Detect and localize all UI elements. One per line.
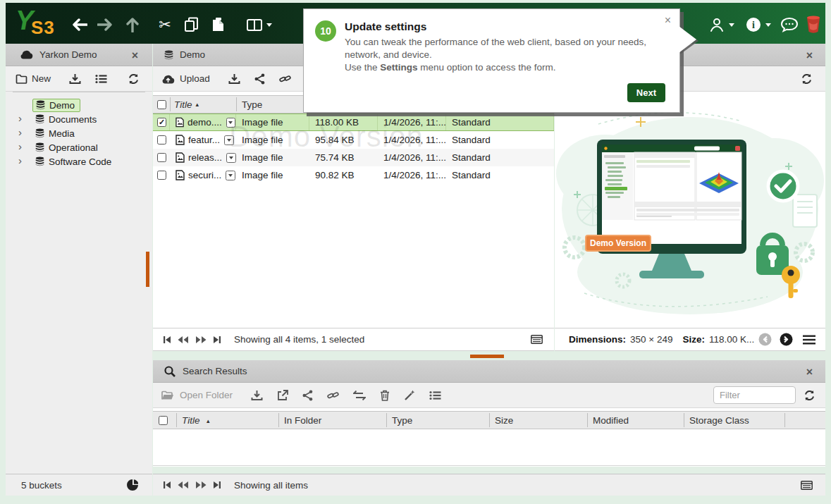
row-checkbox[interactable] (157, 153, 166, 162)
expander-icon[interactable]: › (18, 141, 22, 152)
first-page-icon[interactable] (163, 336, 171, 344)
object-row-releas[interactable]: releas... Image file 75.74 KB 1/4/2026, … (153, 149, 554, 166)
vertical-splitter-handle[interactable] (146, 252, 149, 287)
app-logo[interactable]: Y S3 (10, 4, 70, 42)
last-page-icon[interactable] (213, 336, 221, 344)
first-page-icon[interactable] (163, 481, 171, 489)
objects-pagination-bar: Showing all 4 items, 1 selected (153, 328, 554, 350)
col-storage-class[interactable]: Storage Class (689, 415, 749, 426)
columns-toggle-icon[interactable] (244, 16, 275, 33)
next-page-icon[interactable] (195, 481, 207, 489)
search-refresh-icon[interactable] (804, 390, 815, 401)
sidebar-divider (13, 92, 145, 92)
open-external-icon[interactable] (277, 390, 288, 401)
sidebar-item-software-code[interactable]: › Software Code (6, 154, 152, 168)
preview-close-icon[interactable]: × (806, 50, 813, 61)
col-in-folder[interactable]: In Folder (284, 415, 321, 426)
object-modified: 1/4/2026, 11:... (378, 114, 446, 130)
demo-version-badge: Demo Version (586, 235, 651, 251)
filter-input[interactable] (713, 386, 796, 404)
sidebar-download-icon[interactable] (69, 73, 81, 85)
row-menu-icon[interactable] (224, 135, 234, 145)
row-menu-icon[interactable] (226, 153, 236, 163)
tour-close-icon[interactable]: × (665, 15, 671, 26)
cut-icon[interactable]: ✂ (155, 16, 175, 33)
preview-info-bar: Dimensions: 350 × 249 Size: 118.00 K... (555, 328, 825, 350)
col-modified[interactable]: Modified (593, 415, 629, 426)
object-size: 75.74 KB (309, 149, 378, 166)
new-folder-button[interactable]: New (16, 73, 51, 84)
col-type[interactable]: Type (392, 415, 412, 426)
tour-body-line1: You can tweak the performance of the web… (345, 36, 670, 61)
download-icon[interactable] (228, 73, 240, 85)
row-checkbox-checked[interactable]: ✓ (157, 118, 166, 127)
col-size[interactable]: Size (495, 415, 513, 426)
col-title[interactable]: Title (182, 415, 199, 426)
select-all-checkbox[interactable] (157, 100, 166, 109)
next-page-icon[interactable] (195, 336, 207, 344)
up-icon[interactable] (123, 16, 142, 33)
object-row-securi[interactable]: securi... Image file 90.82 KB 1/4/2026, … (153, 166, 554, 184)
object-type: Image file (236, 166, 309, 184)
details-view-icon[interactable] (801, 481, 813, 490)
expander-icon[interactable]: › (18, 155, 22, 166)
search-link-icon[interactable] (327, 390, 339, 401)
details-view-icon[interactable] (531, 335, 543, 344)
copy-icon[interactable] (182, 16, 202, 33)
upload-button[interactable]: Upload (161, 73, 210, 84)
sidebar-item-demo[interactable]: Demo (6, 98, 152, 112)
prev-page-icon[interactable] (178, 481, 189, 489)
sidebar-refresh-icon[interactable] (128, 73, 140, 85)
rename-wand-icon[interactable] (404, 390, 415, 401)
delete-icon[interactable] (380, 390, 390, 401)
search-select-all-checkbox[interactable] (159, 416, 168, 425)
sidebar-item-media[interactable]: › Media (6, 126, 152, 140)
search-status: Showing all items (234, 480, 308, 491)
row-menu-icon[interactable] (226, 118, 235, 128)
tree-label: Media (49, 128, 75, 139)
col-title[interactable]: Title (174, 99, 192, 110)
user-menu-icon[interactable] (705, 16, 739, 33)
paste-icon[interactable] (209, 16, 228, 33)
sidebar-item-operational[interactable]: › Operational (6, 140, 152, 154)
sort-asc-icon: ▴ (195, 101, 199, 108)
last-page-icon[interactable] (213, 481, 221, 489)
info-menu-icon[interactable]: i (741, 16, 775, 33)
search-list-icon[interactable] (429, 391, 441, 400)
object-row-featur[interactable]: featur... Image file 95.84 KB 1/4/2026, … (153, 131, 554, 149)
open-folder-button[interactable]: Open Folder (161, 390, 233, 400)
image-file-icon (176, 170, 185, 180)
pie-chart-icon[interactable] (127, 479, 138, 491)
sidebar-item-documents[interactable]: › Documents (6, 112, 152, 126)
object-row-demo[interactable]: ✓ demo.... Image file 118.00 KB 1/4/2026… (153, 113, 554, 131)
next-object-icon[interactable] (780, 333, 793, 346)
col-type[interactable]: Type (242, 99, 262, 110)
expander-icon[interactable]: › (18, 113, 22, 123)
horizontal-splitter-handle[interactable] (470, 355, 504, 358)
row-checkbox[interactable] (157, 135, 166, 145)
feedback-chat-icon[interactable] (777, 16, 802, 33)
search-move-icon[interactable] (353, 391, 366, 400)
cloud-icon (20, 50, 33, 59)
search-share-icon[interactable] (302, 390, 313, 401)
back-icon[interactable] (69, 16, 89, 33)
prev-object-icon[interactable] (758, 333, 772, 346)
preview-menu-icon[interactable] (803, 335, 815, 345)
sidebar-list-icon[interactable] (95, 74, 107, 84)
link-icon[interactable] (279, 73, 291, 85)
aws-s3-icon[interactable] (801, 16, 826, 33)
object-size: 95.84 KB (309, 131, 378, 149)
bucket-icon (35, 156, 44, 166)
tour-next-button[interactable]: Next (627, 83, 665, 102)
row-checkbox[interactable] (157, 171, 166, 180)
row-menu-icon[interactable] (226, 171, 235, 180)
search-close-icon[interactable]: × (806, 367, 813, 378)
prev-page-icon[interactable] (178, 336, 189, 344)
share-icon[interactable] (254, 73, 265, 85)
forward-icon[interactable] (96, 16, 116, 33)
search-download-icon[interactable] (251, 390, 263, 401)
sidebar-close-icon[interactable]: × (132, 50, 138, 61)
open-folder-label: Open Folder (180, 390, 233, 400)
expander-icon[interactable]: › (18, 127, 22, 137)
preview-refresh-icon[interactable] (801, 73, 813, 85)
